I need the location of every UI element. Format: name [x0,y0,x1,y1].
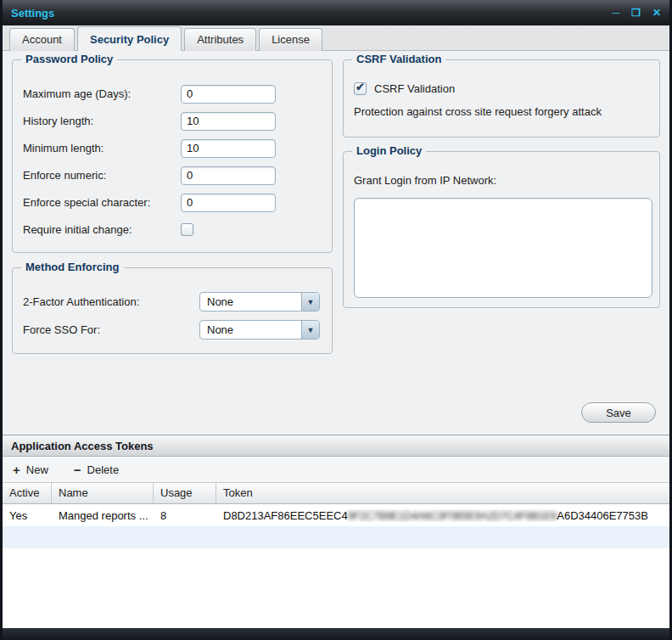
force-sso-value: None [200,323,240,336]
grant-login-label: Grant Login from IP Network: [354,174,649,187]
field-row: Enforce numeric: [23,166,322,185]
tab-attributes[interactable]: Attributes [184,28,256,51]
delete-token-label: Delete [87,463,120,476]
plus-icon: + [13,463,20,476]
tokens-section-title: Application Access Tokens [3,435,669,457]
chevron-down-icon[interactable]: ▼ [301,293,319,311]
password-policy-title: Password Policy [21,53,117,65]
tab-account[interactable]: Account [9,28,75,51]
history-length-input[interactable] [181,112,276,131]
ip-network-textarea[interactable] [354,198,652,298]
csrf-validation-checkbox[interactable] [354,82,367,95]
enforce-special-character-label: Enforce special character: [23,196,181,209]
tokens-toolbar: + New − Delete [3,457,669,483]
delete-token-button[interactable]: − Delete [74,463,119,476]
token-visible-start: D8D213AF86EEC5EEC4 [223,509,348,522]
csrf-checkbox-row: CSRF Validation [354,82,649,95]
table-row[interactable]: Yes Manged reports ... 8 D8D213AF86EEC5E… [3,504,669,526]
csrf-validation-group: CSRF Validation CSRF Validation Protecti… [343,59,660,138]
column-header-usage[interactable]: Usage [154,483,216,503]
method-enforcing-title: Method Enforcing [21,261,124,273]
login-policy-group: Login Policy Grant Login from IP Network… [343,151,660,308]
maximum-age-label: Maximum age (Days): [23,87,181,100]
table-empty-area [3,548,669,628]
maximize-icon[interactable]: ❒ [631,8,641,18]
csrf-checkbox-label: CSRF Validation [374,82,455,95]
minimum-length-input[interactable] [181,139,276,158]
field-row: Force SSO For: None ▼ [23,320,322,340]
field-row: Require initial change: [23,220,322,239]
two-factor-value: None [200,295,240,308]
token-visible-end: A6D34406E7753B [557,509,648,522]
require-initial-change-checkbox[interactable] [181,223,193,236]
force-sso-dropdown[interactable]: None ▼ [199,320,320,340]
window-title: Settings [11,7,54,20]
tokens-table-header: Active Name Usage Token [3,483,669,504]
new-token-button[interactable]: + New [13,463,48,476]
titlebar: Settings ─ ❒ ✕ [3,0,669,25]
password-policy-group: Password Policy Maximum age (Days): Hist… [12,59,333,253]
field-row: Minimum length: [23,138,322,158]
window-controls: ─ ❒ ✕ [613,8,661,18]
history-length-label: History length: [23,115,181,127]
field-row: Enforce special character: [23,193,322,212]
save-button[interactable]: Save [581,402,656,423]
field-row: History length: [23,111,322,131]
window-bottom-border [3,628,669,640]
tab-strip: Account Security Policy Attributes Licen… [3,25,669,51]
cell-active: Yes [3,509,52,522]
column-header-name[interactable]: Name [52,483,154,503]
enforce-numeric-input[interactable] [181,166,276,185]
two-factor-dropdown[interactable]: None ▼ [199,292,320,312]
minimum-length-label: Minimum length: [23,142,181,154]
csrf-group-title: CSRF Validation [352,53,445,65]
field-row: 2-Factor Authentication: None ▼ [23,292,322,312]
settings-window: Settings ─ ❒ ✕ Account Security Policy A… [0,0,672,640]
application-access-tokens-section: Application Access Tokens + New − Delete… [3,435,669,628]
tab-security-policy[interactable]: Security Policy [77,26,182,51]
require-initial-change-label: Require initial change: [23,223,181,236]
column-header-active[interactable]: Active [3,483,52,503]
two-factor-label: 2-Factor Authentication: [23,295,199,308]
enforce-numeric-label: Enforce numeric: [23,169,181,182]
empty-table-row [3,526,669,548]
maximum-age-input[interactable] [181,85,276,104]
chevron-down-icon[interactable]: ▼ [301,321,319,339]
tab-license[interactable]: License [259,28,322,51]
minus-icon: − [74,463,81,476]
method-enforcing-group: Method Enforcing 2-Factor Authentication… [12,267,333,354]
close-icon[interactable]: ✕ [652,8,661,18]
token-obscured-middle: 9F2C7B8E1D4A6C3F0B5E9A2D7C4F8B1E6 [348,509,557,522]
cell-usage: 8 [154,509,216,522]
cell-token: D8D213AF86EEC5EEC49F2C7B8E1D4A6C3F0B5E9A… [216,509,669,522]
csrf-description: Protection against cross site request fo… [354,105,649,118]
login-policy-title: Login Policy [352,144,426,157]
column-header-token[interactable]: Token [216,483,669,503]
security-policy-panel: Password Policy Maximum age (Days): Hist… [3,51,669,435]
new-token-label: New [26,463,48,476]
force-sso-label: Force SSO For: [23,323,199,336]
enforce-special-character-input[interactable] [181,194,276,212]
field-row: Maximum age (Days): [23,84,322,104]
cell-name: Manged reports ... [52,509,154,522]
minimize-icon[interactable]: ─ [613,8,620,18]
